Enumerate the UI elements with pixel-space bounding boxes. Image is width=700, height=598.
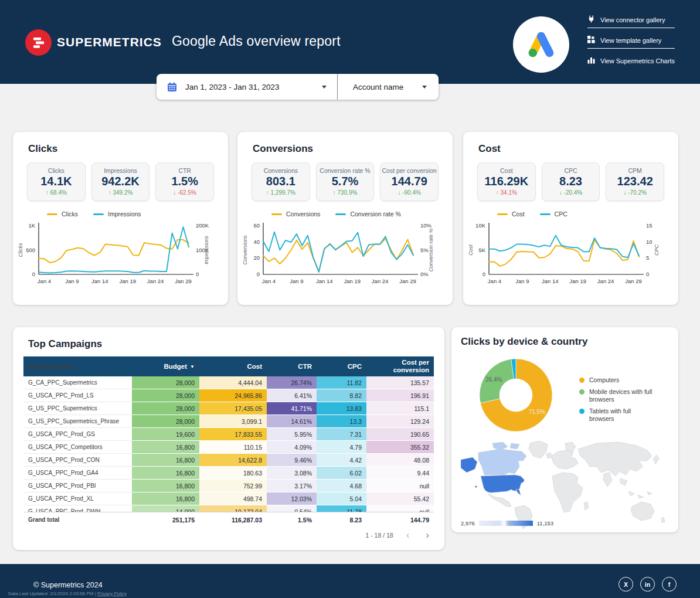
legend-swatch-icon <box>47 213 57 215</box>
table-row: G_CA_PPC_Supermetrics28,0004,444.0426.74… <box>23 376 434 389</box>
metric-cell: 8.82 <box>317 389 366 402</box>
scorecard-title: Cost <box>463 132 678 155</box>
metric-cell: 4.68 <box>317 480 366 492</box>
map-region-australia <box>631 502 654 521</box>
metric-cell: 14.61% <box>267 415 317 428</box>
map-legend-min: 2,976 <box>461 520 475 526</box>
legend-dot-icon <box>579 389 585 395</box>
header-link[interactable]: View Supermetrics Charts <box>587 56 675 69</box>
grand-total-cell: Grand total <box>23 512 132 527</box>
device-legend: ComputersMobile devices with full browse… <box>579 376 655 423</box>
metric-cell: 6.41% <box>267 389 317 402</box>
table-row: G_USCA_PPC_Prod_DWH14,00010,172.040.54%1… <box>23 505 434 512</box>
column-header[interactable]: CTR <box>267 363 317 371</box>
google-ads-logo-icon <box>513 16 569 73</box>
svg-text:10: 10 <box>646 239 653 245</box>
svg-text:Jan 19: Jan 19 <box>119 278 136 284</box>
world-map-svg <box>458 441 670 530</box>
stat-value: 5.7% <box>318 175 373 188</box>
map-region-florida <box>516 489 521 495</box>
legend-label: Cost <box>512 210 525 218</box>
metric-cell: 28,000 <box>132 376 199 389</box>
stat-box: CPM123.42↓ -70.2% <box>606 162 664 201</box>
calendar-icon <box>167 82 177 92</box>
x-icon[interactable]: X <box>619 577 633 592</box>
stat-value: 803.1 <box>253 175 308 188</box>
chart-legend: CostCPC <box>497 210 678 218</box>
map-region-philippines <box>647 491 652 495</box>
sort-arrow-icon: ▼ <box>190 363 195 371</box>
device-legend-label: Tablets with full browsers <box>589 407 655 423</box>
legend-label: CPC <box>555 210 568 218</box>
svg-text:CPC: CPC <box>654 244 660 256</box>
header-link[interactable]: View connector gallery <box>587 15 675 28</box>
stat-box: CPC8.23↓ -20.4% <box>542 162 600 201</box>
device-legend-item: Mobile devices with full browsers <box>579 388 655 403</box>
grand-total-cell: 116,287.03 <box>199 512 267 527</box>
svg-text:Impressions: Impressions <box>203 236 209 264</box>
prev-page-icon[interactable]: ‹ <box>403 531 413 539</box>
metric-cell: 13.3 <box>317 415 366 428</box>
campaign-table: Campaign nameBudget ▼CostCTRCPCCost per … <box>23 356 434 527</box>
metric-cell: 4.09% <box>267 441 317 454</box>
map-region-india <box>603 473 612 487</box>
header-link[interactable]: View template gallery <box>587 36 675 49</box>
chart-legend: ClicksImpressions <box>47 210 228 218</box>
grand-total-cell: 1.5% <box>267 512 317 527</box>
legend-item: Conversions <box>271 210 320 218</box>
metric-cell: 180.63 <box>199 467 267 480</box>
stat-value: 14.1K <box>29 175 84 188</box>
map-region-japan <box>653 455 659 464</box>
legend-label: Conversion rate % <box>350 210 400 218</box>
svg-text:Jan 29: Jan 29 <box>175 278 192 284</box>
facebook-icon[interactable]: f <box>662 577 677 592</box>
footer-bar: © Supermetrics 2024 Data Last Updated: 2… <box>0 564 700 598</box>
privacy-policy-link[interactable]: Privacy Policy <box>97 591 127 596</box>
grand-total-cell: 251,175 <box>132 512 199 527</box>
header-link-label: View connector gallery <box>600 16 665 23</box>
metric-cell: 10,172.04 <box>199 505 267 512</box>
clicks-scorecard: ClicksClicks14.1K↑ 68.4%Impressions942.2… <box>13 132 228 305</box>
linkedin-icon[interactable]: in <box>640 577 655 592</box>
column-header[interactable]: Cost per conversion <box>366 359 434 374</box>
map-region-indonesia-1 <box>628 491 634 496</box>
stat-delta-value: -62.5% <box>178 189 196 196</box>
campaign-name-cell: G_USCA_PPC_Prod_DWH <box>23 505 132 512</box>
table-row: G_US_PPC_Supermetrics28,00017,435.0541.7… <box>23 402 434 415</box>
column-header[interactable]: CPC <box>317 363 366 371</box>
bar-chart-icon <box>587 56 595 65</box>
supermetrics-glyph-icon <box>31 35 46 50</box>
svg-text:Jan 14: Jan 14 <box>542 278 559 284</box>
date-range-filter[interactable]: Jan 1, 2023 - Jan 31, 2023 <box>157 74 337 100</box>
metric-cell: 135.57 <box>366 376 434 389</box>
stat-label: CPM <box>607 167 662 174</box>
chevron-down-icon <box>422 86 427 89</box>
map-region-madagascar <box>584 502 589 510</box>
device-country-card: Clicks by device & country 71.5%26.4% Co… <box>451 327 678 532</box>
column-header[interactable]: Budget ▼ <box>132 363 199 371</box>
metric-cell: 115.1 <box>366 402 434 415</box>
top-campaigns-card: Top Campaigns Campaign nameBudget ▼CostC… <box>13 327 444 550</box>
stat-label: CTR <box>157 167 212 174</box>
device-legend-label: Computers <box>589 376 619 384</box>
legend-item: CPC <box>540 210 568 218</box>
svg-text:0: 0 <box>482 271 485 277</box>
stat-box: Conversion rate %5.7%↑ 730.9% <box>316 162 375 201</box>
account-filter[interactable]: Account name <box>338 74 439 100</box>
legend-swatch-icon <box>497 213 508 215</box>
campaign-name-cell: G_USCA_PPC_Prod_GS <box>23 428 132 441</box>
svg-text:Jan 24: Jan 24 <box>147 278 164 284</box>
column-header[interactable]: Campaign name <box>23 363 132 371</box>
campaign-name-cell: G_USCA_PPC_Competitors <box>23 441 132 454</box>
column-header[interactable]: Cost <box>199 363 267 371</box>
legend-item: Impressions <box>93 210 141 218</box>
metric-cell: 4.79 <box>317 441 366 454</box>
svg-text:1K: 1K <box>28 222 35 229</box>
svg-text:Jan 4: Jan 4 <box>262 278 276 284</box>
stat-box: Conversions803.1↑ 1,299.7% <box>252 162 310 201</box>
metric-cell: 3.08% <box>267 467 317 480</box>
legend-swatch-icon <box>93 213 104 215</box>
next-page-icon[interactable]: › <box>422 531 433 539</box>
legend-label: Clicks <box>62 210 78 218</box>
legend-item: Clicks <box>47 210 78 218</box>
